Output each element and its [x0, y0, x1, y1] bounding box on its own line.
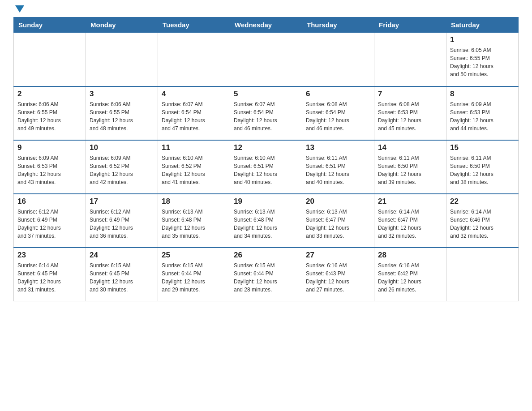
day-info: Sunrise: 6:13 AMSunset: 6:47 PMDaylight:… [306, 208, 370, 240]
day-number: 24 [90, 251, 154, 260]
calendar-cell: 18Sunrise: 6:13 AMSunset: 6:48 PMDayligh… [158, 194, 230, 248]
day-number: 14 [378, 143, 442, 152]
weekday-header-monday: Monday [86, 17, 158, 33]
calendar-cell: 6Sunrise: 6:08 AMSunset: 6:54 PMDaylight… [302, 86, 374, 140]
day-info: Sunrise: 6:14 AMSunset: 6:45 PMDaylight:… [17, 261, 82, 294]
day-number: 13 [306, 143, 370, 152]
weekday-header-saturday: Saturday [446, 17, 519, 33]
calendar-cell [14, 33, 86, 86]
calendar-week-row: 16Sunrise: 6:12 AMSunset: 6:49 PMDayligh… [14, 194, 519, 248]
calendar-cell: 15Sunrise: 6:11 AMSunset: 6:50 PMDayligh… [446, 140, 519, 194]
day-info: Sunrise: 6:12 AMSunset: 6:49 PMDaylight:… [17, 208, 82, 240]
day-info: Sunrise: 6:12 AMSunset: 6:49 PMDaylight:… [90, 208, 154, 240]
calendar-cell: 21Sunrise: 6:14 AMSunset: 6:47 PMDayligh… [374, 194, 446, 248]
page-header [13, 9, 519, 13]
calendar-week-row: 1Sunrise: 6:05 AMSunset: 6:55 PMDaylight… [14, 33, 519, 86]
day-info: Sunrise: 6:09 AMSunset: 6:52 PMDaylight:… [90, 154, 154, 186]
logo-triangle-icon [15, 5, 24, 13]
calendar-header-row: SundayMondayTuesdayWednesdayThursdayFrid… [14, 17, 519, 33]
calendar-cell: 17Sunrise: 6:12 AMSunset: 6:49 PMDayligh… [86, 194, 158, 248]
day-number: 4 [162, 90, 226, 98]
calendar-table: SundayMondayTuesdayWednesdayThursdayFrid… [13, 17, 519, 301]
calendar-cell: 8Sunrise: 6:09 AMSunset: 6:53 PMDaylight… [446, 86, 519, 140]
day-number: 8 [450, 90, 515, 98]
calendar-cell: 11Sunrise: 6:10 AMSunset: 6:52 PMDayligh… [158, 140, 230, 194]
calendar-cell: 26Sunrise: 6:15 AMSunset: 6:44 PMDayligh… [230, 248, 302, 301]
day-info: Sunrise: 6:16 AMSunset: 6:43 PMDaylight:… [306, 261, 370, 294]
day-info: Sunrise: 6:13 AMSunset: 6:48 PMDaylight:… [234, 208, 298, 240]
day-number: 15 [450, 143, 515, 152]
calendar-cell: 28Sunrise: 6:16 AMSunset: 6:42 PMDayligh… [374, 248, 446, 301]
calendar-cell [158, 33, 230, 86]
day-number: 18 [162, 197, 226, 206]
calendar-cell: 1Sunrise: 6:05 AMSunset: 6:55 PMDaylight… [446, 33, 519, 86]
logo [13, 9, 24, 13]
calendar-cell: 14Sunrise: 6:11 AMSunset: 6:50 PMDayligh… [374, 140, 446, 194]
day-info: Sunrise: 6:11 AMSunset: 6:50 PMDaylight:… [450, 154, 515, 186]
day-number: 25 [162, 251, 226, 260]
day-info: Sunrise: 6:10 AMSunset: 6:52 PMDaylight:… [162, 154, 226, 186]
day-number: 20 [306, 197, 370, 206]
day-info: Sunrise: 6:14 AMSunset: 6:47 PMDaylight:… [378, 208, 442, 240]
day-info: Sunrise: 6:11 AMSunset: 6:51 PMDaylight:… [306, 154, 370, 186]
day-info: Sunrise: 6:14 AMSunset: 6:46 PMDaylight:… [450, 208, 515, 240]
calendar-cell: 19Sunrise: 6:13 AMSunset: 6:48 PMDayligh… [230, 194, 302, 248]
calendar-cell: 16Sunrise: 6:12 AMSunset: 6:49 PMDayligh… [14, 194, 86, 248]
day-number: 11 [162, 143, 226, 152]
calendar-cell: 22Sunrise: 6:14 AMSunset: 6:46 PMDayligh… [446, 194, 519, 248]
day-number: 7 [378, 90, 442, 98]
calendar-cell: 7Sunrise: 6:08 AMSunset: 6:53 PMDaylight… [374, 86, 446, 140]
calendar-week-row: 9Sunrise: 6:09 AMSunset: 6:53 PMDaylight… [14, 140, 519, 194]
day-info: Sunrise: 6:15 AMSunset: 6:44 PMDaylight:… [234, 261, 298, 294]
day-info: Sunrise: 6:05 AMSunset: 6:55 PMDaylight:… [450, 46, 515, 78]
day-info: Sunrise: 6:08 AMSunset: 6:54 PMDaylight:… [306, 100, 370, 133]
calendar-cell [86, 33, 158, 86]
day-info: Sunrise: 6:11 AMSunset: 6:50 PMDaylight:… [378, 154, 442, 186]
day-number: 23 [17, 251, 82, 260]
day-number: 16 [17, 197, 82, 206]
day-number: 5 [234, 90, 298, 98]
calendar-cell: 9Sunrise: 6:09 AMSunset: 6:53 PMDaylight… [14, 140, 86, 194]
day-info: Sunrise: 6:15 AMSunset: 6:44 PMDaylight:… [162, 261, 226, 294]
day-number: 10 [90, 143, 154, 152]
day-number: 3 [90, 90, 154, 98]
calendar-cell [446, 248, 519, 301]
day-info: Sunrise: 6:13 AMSunset: 6:48 PMDaylight:… [162, 208, 226, 240]
weekday-header-wednesday: Wednesday [230, 17, 302, 33]
calendar-cell: 4Sunrise: 6:07 AMSunset: 6:54 PMDaylight… [158, 86, 230, 140]
calendar-cell: 25Sunrise: 6:15 AMSunset: 6:44 PMDayligh… [158, 248, 230, 301]
day-info: Sunrise: 6:08 AMSunset: 6:53 PMDaylight:… [378, 100, 442, 133]
calendar-week-row: 2Sunrise: 6:06 AMSunset: 6:55 PMDaylight… [14, 86, 519, 140]
weekday-header-friday: Friday [374, 17, 446, 33]
weekday-header-sunday: Sunday [14, 17, 86, 33]
day-info: Sunrise: 6:09 AMSunset: 6:53 PMDaylight:… [17, 154, 82, 186]
day-info: Sunrise: 6:10 AMSunset: 6:51 PMDaylight:… [234, 154, 298, 186]
day-number: 19 [234, 197, 298, 206]
day-number: 6 [306, 90, 370, 98]
day-number: 26 [234, 251, 298, 260]
calendar-cell [230, 33, 302, 86]
day-number: 27 [306, 251, 370, 260]
calendar-cell [302, 33, 374, 86]
weekday-header-tuesday: Tuesday [158, 17, 230, 33]
calendar-cell: 24Sunrise: 6:15 AMSunset: 6:45 PMDayligh… [86, 248, 158, 301]
calendar-cell: 20Sunrise: 6:13 AMSunset: 6:47 PMDayligh… [302, 194, 374, 248]
calendar-cell: 3Sunrise: 6:06 AMSunset: 6:55 PMDaylight… [86, 86, 158, 140]
calendar-cell: 23Sunrise: 6:14 AMSunset: 6:45 PMDayligh… [14, 248, 86, 301]
calendar-week-row: 23Sunrise: 6:14 AMSunset: 6:45 PMDayligh… [14, 248, 519, 301]
weekday-header-thursday: Thursday [302, 17, 374, 33]
day-info: Sunrise: 6:15 AMSunset: 6:45 PMDaylight:… [90, 261, 154, 294]
day-number: 28 [378, 251, 442, 260]
day-info: Sunrise: 6:16 AMSunset: 6:42 PMDaylight:… [378, 261, 442, 294]
day-info: Sunrise: 6:06 AMSunset: 6:55 PMDaylight:… [90, 100, 154, 133]
calendar-cell: 2Sunrise: 6:06 AMSunset: 6:55 PMDaylight… [14, 86, 86, 140]
day-info: Sunrise: 6:06 AMSunset: 6:55 PMDaylight:… [17, 100, 82, 133]
calendar-cell: 12Sunrise: 6:10 AMSunset: 6:51 PMDayligh… [230, 140, 302, 194]
day-number: 22 [450, 197, 515, 206]
day-number: 2 [17, 90, 82, 98]
day-number: 12 [234, 143, 298, 152]
calendar-cell [374, 33, 446, 86]
day-number: 21 [378, 197, 442, 206]
day-number: 17 [90, 197, 154, 206]
day-info: Sunrise: 6:07 AMSunset: 6:54 PMDaylight:… [162, 100, 226, 133]
